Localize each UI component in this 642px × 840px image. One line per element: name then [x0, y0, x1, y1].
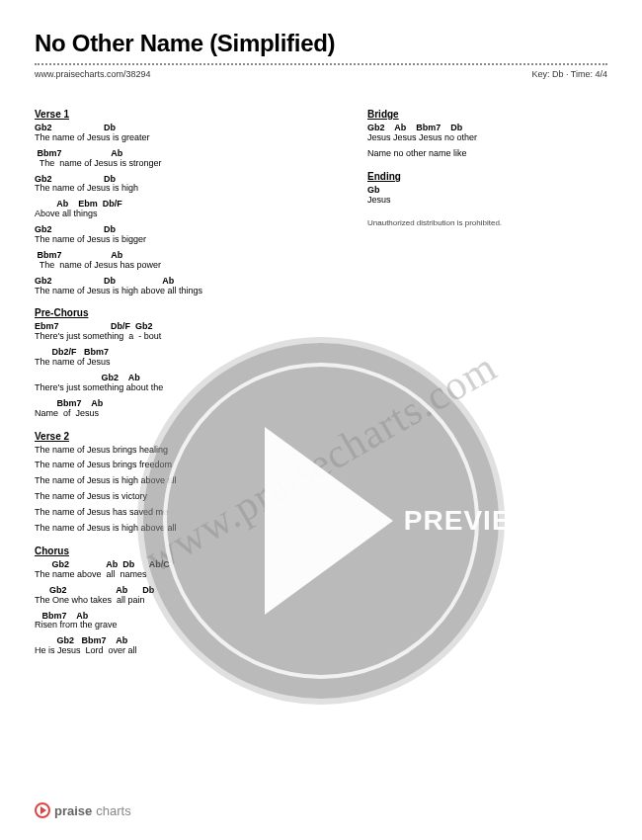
lyric-line: The name of Jesus is victory [35, 492, 328, 502]
lyric-line: Gb2 Ab DbThe One who takes all pain [35, 586, 328, 606]
lyric-line: GbJesus [367, 186, 607, 206]
lyric-row: He is Jesus Lord over all [35, 646, 328, 656]
lyric-row: The name of Jesus is victory [35, 492, 328, 502]
lyric-row: The name of Jesus is stronger [35, 159, 328, 169]
lyric-row: Above all things [35, 210, 328, 219]
logo-play-icon [35, 802, 50, 818]
lyric-row: The name of Jesus is high above all [35, 476, 328, 486]
lyric-row: There's just something a - bout [35, 332, 328, 342]
section-title: Chorus [35, 546, 328, 556]
lyric-row: Jesus [367, 196, 607, 206]
lyric-row: The name of Jesus is high above all [35, 524, 328, 534]
lyric-row: The name of Jesus is greater [35, 133, 328, 143]
chord-row: Gb [367, 186, 607, 196]
right-column: BridgeGb2 Ab Bbm7 DbJesus Jesus Jesus no… [367, 97, 607, 662]
footer-logo: praisecharts [35, 802, 131, 818]
divider [35, 63, 607, 65]
source-url: www.praisecharts.com/38294 [35, 69, 151, 79]
lyric-row: There's just something about the [35, 383, 328, 393]
lyric-line: Db2/F Bbm7The name of Jesus [35, 348, 328, 368]
lyric-line: Gb2 Ab Db Ab/CThe name above all names [35, 560, 328, 580]
lyric-line: Ab Ebm Db/FAbove all things [35, 200, 328, 219]
section-title: Verse 1 [35, 109, 328, 120]
lyric-line: Gb2 DbThe name of Jesus is greater [35, 124, 328, 143]
copyright-note: Unauthorized distribution is prohibited. [367, 218, 607, 227]
chord-sheet: No Other Name (Simplified) www.praisecha… [0, 0, 642, 840]
lyric-line: Bbm7 AbName of Jesus [35, 399, 328, 419]
lyric-line: The name of Jesus brings freedom [35, 461, 328, 470]
lyric-line: Gb2 DbThe name of Jesus is bigger [35, 225, 328, 245]
lyric-row: The name of Jesus is high [35, 184, 328, 194]
section-title: Verse 2 [35, 431, 328, 442]
lyric-line: Gb2 AbThere's just something about the [35, 374, 328, 393]
lyric-line: Bbm7 Ab The name of Jesus has power [35, 251, 328, 271]
lyric-row: The name above all names [35, 570, 328, 580]
meta-row: www.praisecharts.com/38294 Key: Db · Tim… [35, 69, 607, 79]
section-title: Bridge [367, 109, 607, 120]
lyric-line: Bbm7 AbRisen from the grave [35, 612, 328, 631]
lyric-row: Name of Jesus [35, 409, 328, 419]
lyric-row: Name no other name like [367, 149, 607, 159]
lyric-row: The name of Jesus is high above all thin… [35, 287, 328, 296]
lyric-row: The name of Jesus [35, 358, 328, 368]
lyric-line: The name of Jesus is high above all [35, 476, 328, 486]
footer-brand-bold: praise [54, 803, 92, 818]
lyric-line: The name of Jesus has saved me [35, 508, 328, 518]
lyric-row: The name of Jesus brings freedom [35, 461, 328, 470]
lyric-line: Gb2 Ab Bbm7 DbJesus Jesus Jesus no other [367, 124, 607, 143]
lyric-row: Risen from the grave [35, 621, 328, 630]
lyric-row: The name of Jesus brings healing [35, 446, 328, 456]
columns: Verse 1Gb2 DbThe name of Jesus is greate… [35, 97, 607, 662]
song-title: No Other Name (Simplified) [35, 30, 607, 57]
lyric-line: The name of Jesus brings healing [35, 446, 328, 456]
left-column: Verse 1Gb2 DbThe name of Jesus is greate… [35, 97, 328, 662]
lyric-row: The name of Jesus has power [35, 261, 328, 271]
lyric-line: Ebm7 Db/F Gb2There's just something a - … [35, 322, 328, 342]
lyric-row: Jesus Jesus Jesus no other [367, 133, 607, 143]
section-title: Ending [367, 171, 607, 182]
lyric-row: The name of Jesus has saved me [35, 508, 328, 518]
lyric-line: Name no other name like [367, 149, 607, 159]
lyric-line: Gb2 DbThe name of Jesus is high [35, 175, 328, 195]
key-time: Key: Db · Time: 4/4 [531, 69, 607, 79]
lyric-line: Gb2 Db AbThe name of Jesus is high above… [35, 277, 328, 296]
section-title: Pre-Chorus [35, 307, 328, 318]
footer-brand-light: charts [96, 803, 130, 818]
lyric-line: The name of Jesus is high above all [35, 524, 328, 534]
lyric-row: The name of Jesus is bigger [35, 235, 328, 245]
lyric-line: Gb2 Bbm7 AbHe is Jesus Lord over all [35, 636, 328, 656]
lyric-line: Bbm7 Ab The name of Jesus is stronger [35, 149, 328, 169]
lyric-row: The One who takes all pain [35, 596, 328, 606]
